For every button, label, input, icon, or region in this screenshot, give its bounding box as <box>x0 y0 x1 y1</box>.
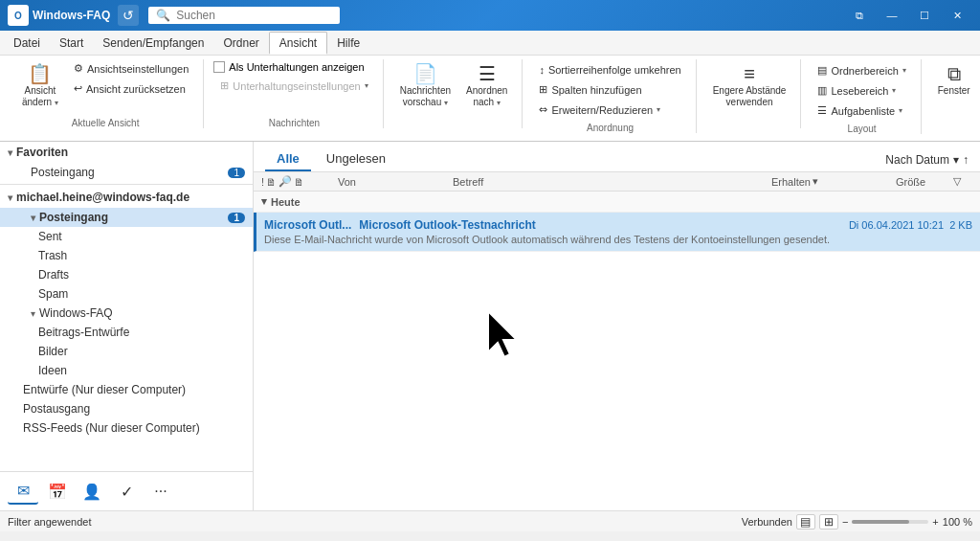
sort-info[interactable]: Nach Datum ▾ ↑ <box>885 153 969 167</box>
sidebar-item-beitrags-entwuerfe[interactable]: Beitrags-Entwürfe <box>0 323 253 342</box>
ordnerbereich-icon: ▤ <box>817 64 827 77</box>
erweitern-reduzieren-icon: ⇔ <box>539 103 547 116</box>
menu-start[interactable]: Start <box>50 33 93 54</box>
unterhaltungseinstellungen-button: ⊞ Unterhaltungseinstellungen ▾ <box>213 77 374 95</box>
ribbon-col-layout: ▤ Ordnerbereich ▾ ▥ Lesebereich ▾ ☰ Aufg… <box>811 59 912 120</box>
maximize-button[interactable]: ☐ <box>909 5 940 26</box>
ribbon-group-engere-abstaende: ≡ Engere Abständeverwenden Anordnung <box>699 59 802 128</box>
als-unterhaltungen-checkbox-box[interactable] <box>213 61 225 73</box>
fenster-icon: ⧉ <box>947 64 961 83</box>
search-box[interactable]: 🔍 <box>148 7 340 24</box>
ribbon-col-ansicht: ⚙ Ansichtseinstellungen ↩ Ansicht zurück… <box>67 59 195 98</box>
sidebar-item-posteingang-fav[interactable]: Posteingang 1 <box>0 163 253 182</box>
sidebar-item-spam[interactable]: Spam <box>0 284 253 304</box>
lesebereich-button[interactable]: ▥ Lesebereich ▾ <box>811 81 912 100</box>
header-von[interactable]: Von <box>338 176 453 188</box>
sort-direction-icon[interactable]: ↑ <box>963 153 969 167</box>
view-btn-list[interactable]: ▤ <box>796 514 815 530</box>
sidebar-item-sent[interactable]: Sent <box>0 227 253 246</box>
ansicht-zuruecksetzen-label: Ansicht zurücksetzen <box>86 83 186 95</box>
zoom-minus-icon[interactable]: − <box>842 516 848 528</box>
menu-senden-empfangen[interactable]: Senden/Empfangen <box>93 33 213 54</box>
sidebar-item-drafts[interactable]: Drafts <box>0 265 253 284</box>
sortierreihenfolge-icon: ↕ <box>539 64 545 76</box>
groesse-label: Größe <box>896 176 925 188</box>
sidebar-item-ideen[interactable]: Ideen <box>0 361 253 380</box>
unterhaltungseinstellungen-icon: ⊞ <box>220 79 229 92</box>
status-bar: Filter angewendet Verbunden ▤ ⊞ − + 100 … <box>0 510 980 531</box>
erweitern-reduzieren-button[interactable]: ⇔ Erweitern/Reduzieren ▾ <box>532 101 687 119</box>
nav-calendar-button[interactable]: 📅 <box>42 478 73 505</box>
windows-faq-label: Windows-FAQ <box>39 306 113 320</box>
zoom-slider[interactable] <box>852 520 928 524</box>
lesebereich-label: Lesebereich <box>831 85 888 97</box>
ordnerbereich-label: Ordnerbereich <box>831 65 898 77</box>
zoom-plus-icon[interactable]: + <box>932 516 938 528</box>
ribbon-group-anordnung2: ↕ Sortierreihenfolge umkehren ⊞ Spalten … <box>524 59 696 133</box>
menu-ordner[interactable]: Ordner <box>213 33 268 54</box>
refresh-button[interactable]: ↺ <box>118 5 139 26</box>
menu-ansicht[interactable]: Ansicht <box>269 32 327 55</box>
sidebar-item-posteingang[interactable]: ▾ Posteingang 1 <box>0 208 253 227</box>
email-group-heute: ▾ Heute <box>254 192 980 213</box>
sidebar-item-rss-feeds[interactable]: RSS-Feeds (Nur dieser Computer) <box>0 418 253 438</box>
ansichtseinstellungen-button[interactable]: ⚙ Ansichtseinstellungen <box>67 59 195 78</box>
sidebar-item-entwuerfe[interactable]: Entwürfe (Nur dieser Computer) <box>0 380 253 399</box>
email-row[interactable]: Microsoft Outl... Microsoft Outlook-Test… <box>254 213 980 252</box>
chevron-erweitern-icon: ▾ <box>657 105 660 114</box>
aufgabenliste-label: Aufgabenliste <box>831 105 895 117</box>
sidebar-item-bilder[interactable]: Bilder <box>0 342 253 361</box>
ordnerbereich-button[interactable]: ▤ Ordnerbereich ▾ <box>811 61 912 79</box>
header-icons: ! 🗎 🔎 🗎 <box>261 175 338 188</box>
header-erhalten[interactable]: Erhalten ▾ <box>771 175 896 188</box>
als-unterhaltungen-checkbox[interactable]: Als Unterhaltungen anzeigen <box>213 61 374 73</box>
spalten-hinzufuegen-button[interactable]: ⊞ Spalten hinzufügen <box>532 80 687 99</box>
close-button[interactable]: ✕ <box>942 5 972 26</box>
chevron-ordnerbereich-icon: ▾ <box>902 66 906 75</box>
fenster-button[interactable]: ⧉ Fenster <box>931 59 977 101</box>
ansicht-aendern-button[interactable]: 📋 Ansichtändern ▾ <box>15 59 65 113</box>
tab-alle[interactable]: Alle <box>265 147 311 171</box>
filter-text: Filter angewendet <box>8 516 734 528</box>
nav-more-button[interactable]: ··· <box>145 478 176 505</box>
header-filter-icon[interactable]: ▽ <box>953 175 972 188</box>
menu-datei[interactable]: Datei <box>4 33 50 54</box>
engere-abstaende-icon: ≡ <box>744 64 755 83</box>
sortierreihenfolge-button[interactable]: ↕ Sortierreihenfolge umkehren <box>532 61 687 79</box>
nav-tasks-button[interactable]: ✓ <box>111 478 142 505</box>
search-input[interactable] <box>176 9 332 22</box>
view-btn-grid[interactable]: ⊞ <box>819 514 838 530</box>
ribbon-group-aktuelle-ansicht: 📋 Ansichtändern ▾ ⚙ Ansichtseinstellunge… <box>8 59 204 128</box>
posteingang-label: Posteingang <box>39 211 108 224</box>
tile-button[interactable]: ⧉ <box>844 5 875 26</box>
sidebar-item-postausgang[interactable]: Postausgang <box>0 399 253 418</box>
anordnen-nach-button[interactable]: ☰ Anordnennach ▾ <box>459 59 514 113</box>
header-icon-search: 🔎 <box>278 175 292 188</box>
unterhaltungseinstellungen-label: Unterhaltungseinstellungen <box>233 80 360 92</box>
nav-mail-button[interactable]: ✉ <box>8 478 38 505</box>
ansichtseinstellungen-icon: ⚙ <box>74 62 83 75</box>
mouse-cursor <box>483 309 522 365</box>
nachrichtenvorschau-button[interactable]: 📄 Nachrichten­vorschau ▾ <box>393 59 457 113</box>
nav-people-button[interactable]: 👤 <box>77 478 107 505</box>
ansicht-aendern-icon: 📋 <box>28 64 52 83</box>
header-groesse[interactable]: Größe <box>896 176 953 188</box>
minimize-button[interactable]: — <box>877 5 907 26</box>
fenster-label: Fenster <box>938 85 970 97</box>
engere-abstaende-button[interactable]: ≡ Engere Abständeverwenden <box>706 59 793 113</box>
favorites-header[interactable]: ▾ Favoriten <box>0 142 253 163</box>
spalten-hinzufuegen-label: Spalten hinzufügen <box>551 84 641 96</box>
aufgabenliste-button[interactable]: ☰ Aufgabenliste ▾ <box>811 101 912 120</box>
tab-ungelesen[interactable]: Ungelesen <box>315 147 397 171</box>
erhalten-label: Erhalten <box>771 176 811 188</box>
header-betreff[interactable]: Betreff <box>453 176 771 188</box>
ansicht-zuruecksetzen-button[interactable]: ↩ Ansicht zurücksetzen <box>67 79 195 98</box>
sidebar-item-windows-faq[interactable]: ▾ Windows-FAQ <box>0 304 253 323</box>
favorites-chevron-icon: ▾ <box>8 147 12 158</box>
header-icon-exclaim: ! <box>261 176 264 188</box>
sidebar-item-trash[interactable]: Trash <box>0 246 253 265</box>
posteingang-fav-badge: 1 <box>228 168 245 178</box>
menu-hilfe[interactable]: Hilfe <box>327 33 369 54</box>
account-header[interactable]: ▾ michael.heine@windows-faq.de <box>0 187 253 208</box>
email-sender: Microsoft Outl... <box>264 218 351 232</box>
